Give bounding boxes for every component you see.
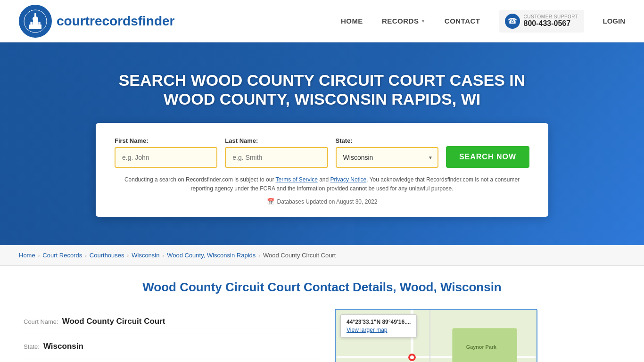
nav-records[interactable]: RECORDS ▼ bbox=[382, 17, 426, 25]
svg-rect-1 bbox=[29, 25, 41, 29]
svg-text:Gaynor Park: Gaynor Park bbox=[466, 344, 497, 350]
svg-rect-9 bbox=[38, 22, 39, 25]
svg-point-6 bbox=[34, 13, 36, 15]
last-name-label: Last Name: bbox=[225, 137, 328, 144]
section-title: Wood County Circuit Court Contact Detail… bbox=[19, 280, 625, 295]
court-name-value: Wood County Circuit Court bbox=[62, 317, 165, 326]
first-name-input[interactable] bbox=[115, 147, 217, 168]
disclaimer-text: Conducting a search on Recordsfinder.com… bbox=[115, 175, 529, 193]
state-detail-label: State: bbox=[24, 343, 40, 350]
svg-rect-14 bbox=[429, 310, 430, 362]
details-map-row: Court Name: Wood County Circuit Court St… bbox=[19, 309, 625, 362]
svg-rect-10 bbox=[40, 22, 41, 25]
state-select[interactable]: Wisconsin bbox=[336, 147, 438, 168]
view-larger-map-link[interactable]: View larger map bbox=[347, 327, 411, 333]
main-content: Wood County Circuit Court Contact Detail… bbox=[0, 266, 644, 362]
last-name-input[interactable] bbox=[225, 147, 328, 168]
logo-text: courtrecordsfinder bbox=[57, 14, 175, 29]
hero-section: SEARCH WOOD COUNTY CIRCUIT COURT CASES I… bbox=[0, 42, 644, 245]
phone-icon: ☎ bbox=[505, 14, 520, 29]
state-row: State: Wisconsin bbox=[19, 334, 321, 359]
state-detail-value: Wisconsin bbox=[43, 342, 83, 351]
map-panel: Gaynor Park Bake Wesleyan 44°23'33.1"N 8… bbox=[335, 309, 537, 362]
login-button[interactable]: LOGIN bbox=[603, 17, 626, 25]
search-card: First Name: Last Name: State: Wisconsin … bbox=[96, 123, 548, 217]
breadcrumb-sep-3: › bbox=[127, 253, 129, 258]
breadcrumb-wood-county[interactable]: Wood County, Wisconsin Rapids bbox=[167, 252, 256, 259]
first-name-group: First Name: bbox=[115, 137, 217, 168]
state-label: State: bbox=[336, 137, 438, 144]
calendar-icon: 📅 bbox=[267, 198, 274, 205]
terms-of-service-link[interactable]: Terms of Service bbox=[276, 176, 318, 183]
breadcrumb-sep-1: › bbox=[38, 253, 40, 258]
breadcrumb-sep-2: › bbox=[85, 253, 87, 258]
support-block: ☎ CUSTOMER SUPPORT 800-433-0567 bbox=[499, 10, 584, 33]
logo-area: courtrecordsfinder bbox=[19, 5, 175, 38]
breadcrumb-home[interactable]: Home bbox=[19, 252, 35, 259]
court-name-label: Court Name: bbox=[24, 318, 58, 325]
breadcrumb-wisconsin[interactable]: Wisconsin bbox=[132, 252, 159, 259]
breadcrumb-current: Wood County Circuit Court bbox=[263, 252, 336, 259]
breadcrumb-sep-5: › bbox=[258, 253, 260, 258]
hero-title: SEARCH WOOD COUNTY CIRCUIT COURT CASES I… bbox=[110, 71, 534, 109]
nav-contact[interactable]: CONTACT bbox=[445, 17, 480, 25]
state-select-wrapper: Wisconsin bbox=[336, 147, 438, 168]
logo-icon bbox=[19, 5, 52, 38]
chevron-down-icon: ▼ bbox=[421, 18, 425, 24]
map-tooltip: 44°23'33.1"N 89°49'16.... View larger ma… bbox=[340, 314, 417, 337]
last-name-group: Last Name: bbox=[225, 137, 328, 168]
state-group: State: Wisconsin bbox=[336, 137, 438, 168]
header: courtrecordsfinder HOME RECORDS ▼ CONTAC… bbox=[0, 0, 644, 42]
breadcrumb-bar: Home › Court Records › Courthouses › Wis… bbox=[0, 245, 644, 266]
support-text: CUSTOMER SUPPORT 800-433-0567 bbox=[524, 14, 578, 28]
db-updated: 📅 Databases Updated on August 30, 2022 bbox=[115, 198, 529, 205]
privacy-notice-link[interactable]: Privacy Notice bbox=[330, 176, 367, 183]
svg-rect-7 bbox=[30, 22, 31, 25]
main-nav: HOME RECORDS ▼ CONTACT ☎ CUSTOMER SUPPOR… bbox=[341, 10, 625, 33]
first-name-label: First Name: bbox=[115, 137, 217, 144]
details-panel: Court Name: Wood County Circuit Court St… bbox=[19, 309, 321, 359]
breadcrumb-court-records[interactable]: Court Records bbox=[42, 252, 82, 259]
search-button[interactable]: SEARCH NOW bbox=[446, 146, 529, 168]
map-coords: 44°23'33.1"N 89°49'16.... bbox=[347, 319, 411, 325]
court-name-row: Court Name: Wood County Circuit Court bbox=[19, 309, 321, 334]
svg-rect-8 bbox=[32, 22, 33, 25]
breadcrumb-sep-4: › bbox=[162, 253, 164, 258]
breadcrumb-courthouses[interactable]: Courthouses bbox=[90, 252, 124, 259]
nav-home[interactable]: HOME bbox=[341, 17, 363, 25]
search-row: First Name: Last Name: State: Wisconsin … bbox=[115, 137, 529, 168]
map-placeholder: Gaynor Park Bake Wesleyan 44°23'33.1"N 8… bbox=[336, 310, 537, 362]
svg-rect-5 bbox=[34, 14, 36, 19]
breadcrumb: Home › Court Records › Courthouses › Wis… bbox=[19, 252, 625, 259]
svg-point-22 bbox=[410, 355, 414, 359]
